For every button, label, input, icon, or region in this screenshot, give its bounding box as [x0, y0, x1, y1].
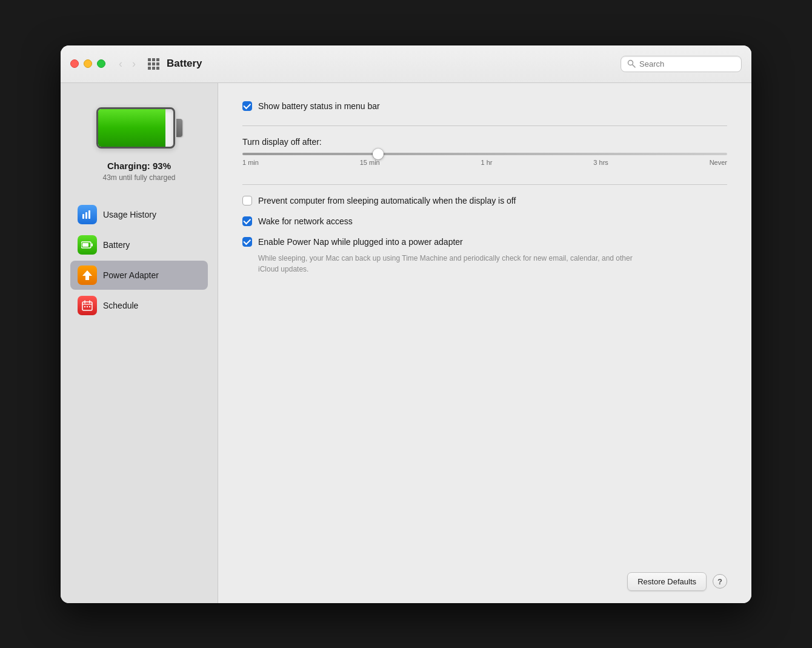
- svg-rect-3: [85, 212, 87, 219]
- svg-marker-8: [82, 270, 92, 280]
- grid-dot: [148, 67, 151, 70]
- sidebar-item-schedule[interactable]: Schedule: [70, 291, 208, 320]
- battery-icon: [78, 235, 97, 255]
- slider-thumb[interactable]: [373, 149, 384, 159]
- grid-dot: [156, 58, 159, 61]
- slider-label-never: Never: [710, 159, 727, 166]
- charging-sub-text: 43m until fully charged: [102, 173, 175, 182]
- prevent-sleep-row: Prevent computer from sleeping automatic…: [242, 196, 727, 205]
- show-battery-status-row: Show battery status in menu bar: [242, 101, 727, 111]
- svg-rect-4: [88, 210, 90, 219]
- main-window: ‹ › Battery: [61, 45, 751, 603]
- power-nap-label: Enable Power Nap while plugged into a po…: [258, 237, 463, 247]
- charging-status: Charging: 93%: [107, 161, 171, 171]
- svg-rect-7: [92, 243, 93, 246]
- battery-image: [96, 107, 182, 149]
- titlebar: ‹ › Battery: [61, 45, 751, 83]
- close-button[interactable]: [70, 59, 79, 68]
- traffic-lights: [70, 59, 105, 68]
- search-box[interactable]: [621, 56, 742, 72]
- slider-label-3hrs: 3 hrs: [593, 159, 608, 166]
- grid-dot: [148, 58, 151, 61]
- slider-container[interactable]: [242, 153, 727, 155]
- restore-defaults-button[interactable]: Restore Defaults: [627, 572, 707, 591]
- battery-fill: [98, 109, 166, 147]
- svg-rect-13: [84, 306, 85, 307]
- bottom-bar: Restore Defaults ?: [242, 563, 727, 591]
- sidebar-item-battery[interactable]: Battery: [70, 230, 208, 259]
- divider-1: [242, 125, 727, 126]
- power-nap-description: While sleeping, your Mac can back up usi…: [258, 253, 646, 275]
- grid-dot: [148, 62, 151, 65]
- nav-buttons: ‹ ›: [115, 56, 139, 72]
- power-adapter-label: Power Adapter: [103, 270, 159, 280]
- search-input[interactable]: [639, 59, 735, 68]
- help-button[interactable]: ?: [713, 574, 727, 589]
- window-title: Battery: [167, 58, 202, 70]
- slider-section: Turn display off after: 1 min 15 min 1 h…: [242, 137, 727, 166]
- grid-icon[interactable]: [148, 58, 159, 70]
- content-area: Charging: 93% 43m until fully charged Us…: [61, 83, 751, 603]
- svg-line-1: [633, 65, 636, 68]
- grid-dot: [156, 62, 159, 65]
- svg-rect-14: [87, 306, 88, 307]
- power-nap-checkbox[interactable]: [242, 237, 252, 247]
- prevent-sleep-label: Prevent computer from sleeping automatic…: [258, 196, 516, 205]
- svg-rect-15: [89, 306, 90, 307]
- schedule-icon: [78, 296, 97, 315]
- wake-network-checkbox[interactable]: [242, 216, 252, 226]
- wake-network-row: Wake for network access: [242, 216, 727, 226]
- usage-history-label: Usage History: [103, 210, 156, 219]
- grid-dot: [152, 67, 155, 70]
- slider-label-1min: 1 min: [242, 159, 259, 166]
- slider-track: [242, 153, 727, 155]
- battery-body: [96, 107, 175, 149]
- sidebar-item-usage-history[interactable]: Usage History: [70, 200, 208, 229]
- svg-rect-2: [82, 214, 84, 219]
- sidebar-item-power-adapter[interactable]: Power Adapter: [70, 261, 208, 290]
- wake-network-label: Wake for network access: [258, 216, 353, 226]
- battery-cap: [176, 119, 182, 137]
- maximize-button[interactable]: [97, 59, 105, 68]
- minimize-button[interactable]: [84, 59, 92, 68]
- slider-labels: 1 min 15 min 1 hr 3 hrs Never: [242, 159, 727, 166]
- grid-dot: [156, 67, 159, 70]
- slider-title: Turn display off after:: [242, 137, 727, 147]
- sidebar-nav: Usage History Battery: [61, 200, 218, 320]
- svg-rect-6: [82, 243, 88, 247]
- slider-label-1hr: 1 hr: [481, 159, 493, 166]
- show-battery-status-checkbox[interactable]: [242, 101, 252, 111]
- search-icon: [627, 59, 636, 68]
- schedule-label: Schedule: [103, 301, 138, 310]
- forward-button[interactable]: ›: [128, 56, 139, 72]
- usage-history-icon: [78, 205, 97, 224]
- slider-label-15min: 15 min: [360, 159, 380, 166]
- grid-dot: [152, 62, 155, 65]
- back-button[interactable]: ‹: [115, 56, 126, 72]
- power-adapter-icon: [78, 266, 97, 285]
- battery-label: Battery: [103, 240, 130, 250]
- sidebar: Charging: 93% 43m until fully charged Us…: [61, 83, 218, 603]
- grid-dot: [152, 58, 155, 61]
- main-panel: Show battery status in menu bar Turn dis…: [218, 83, 751, 603]
- divider-2: [242, 184, 727, 185]
- show-battery-status-label: Show battery status in menu bar: [258, 101, 380, 111]
- power-nap-row: Enable Power Nap while plugged into a po…: [242, 237, 727, 247]
- prevent-sleep-checkbox[interactable]: [242, 196, 252, 205]
